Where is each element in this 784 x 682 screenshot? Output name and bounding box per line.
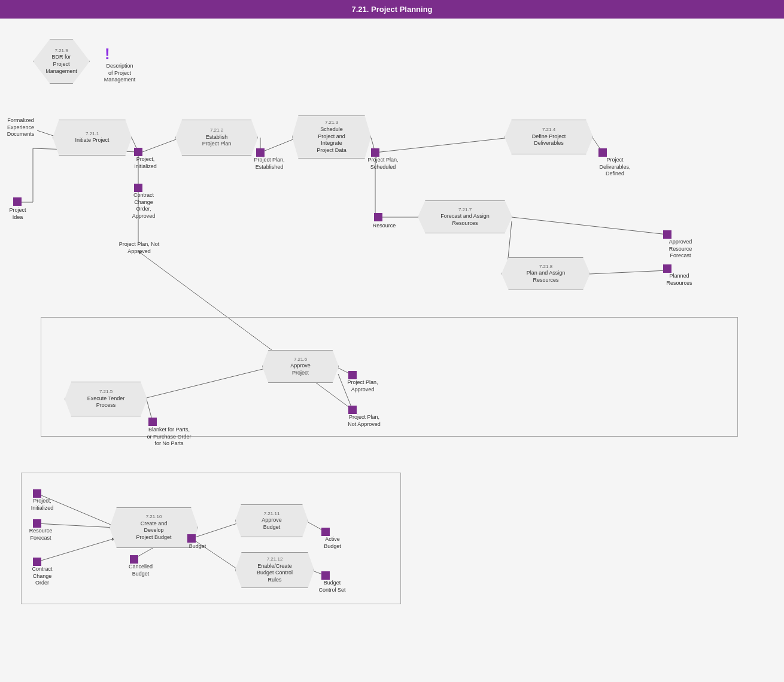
process-schedule[interactable]: 7.21.3 ScheduleProject andIntegrateProje… bbox=[292, 115, 371, 159]
bdr-process[interactable]: 7.21.9 BDR forProjectManagement bbox=[33, 39, 90, 84]
process-id-8: 7.21.8 bbox=[539, 264, 552, 270]
process-id-1: 7.21.1 bbox=[86, 131, 99, 137]
sq-plan-approved bbox=[348, 371, 357, 379]
sq-resource-forecast-budget bbox=[33, 519, 41, 528]
sq-resource bbox=[374, 213, 382, 221]
sq-project-init-budget bbox=[33, 489, 41, 498]
svg-line-5 bbox=[142, 138, 181, 152]
process-execute-tender[interactable]: 7.21.5 Execute TenderProcess bbox=[65, 382, 147, 416]
process-plan-assign-resources[interactable]: 7.21.8 Plan and AssignResources bbox=[502, 257, 590, 290]
project-init-budget-label: Project,Initialized bbox=[23, 498, 62, 512]
active-budget-label: ActiveBudget bbox=[313, 536, 352, 550]
process-enable-budget[interactable]: 7.21.12 Enable/CreateBudget ControlRules bbox=[235, 552, 314, 588]
project-initialized-label: Project,Initialized bbox=[124, 156, 166, 170]
deliverables-defined-label: ProjectDeliverables,Defined bbox=[589, 157, 640, 178]
sq-active-budget bbox=[321, 528, 330, 536]
process-label-4: Define ProjectDeliverables bbox=[532, 133, 566, 147]
sq-plan-not-approved-2 bbox=[348, 406, 357, 414]
description-icon: ! bbox=[105, 45, 110, 63]
sq-plan-scheduled bbox=[371, 148, 379, 157]
plan-scheduled-label: Project Plan,Scheduled bbox=[359, 157, 407, 170]
process-label-5: Execute TenderProcess bbox=[87, 395, 124, 409]
process-id-10: 7.21.10 bbox=[146, 514, 162, 520]
sq-plan-established bbox=[256, 148, 265, 157]
formalized-label: FormalizedExperienceDocuments bbox=[1, 117, 40, 138]
process-create-budget[interactable]: 7.21.10 Create andDevelopProject Budget bbox=[110, 507, 198, 548]
planned-resources-label: PlannedResources bbox=[655, 273, 703, 287]
bdr-label: BDR forProjectManagement bbox=[45, 54, 77, 75]
process-id-11: 7.21.11 bbox=[264, 511, 280, 517]
plan-not-approved-2-label: Project Plan,Not Approved bbox=[339, 414, 390, 428]
process-label-6: ApproveProject bbox=[290, 363, 311, 376]
sq-planned-resources bbox=[663, 264, 671, 273]
sq-project-initialized bbox=[134, 148, 142, 156]
approved-resource-forecast-label: ApprovedResourceForecast bbox=[654, 239, 707, 260]
sq-budget-control-set bbox=[321, 571, 330, 580]
process-id-12: 7.21.12 bbox=[267, 556, 283, 562]
sq-contract-change-order-budget bbox=[33, 558, 41, 566]
process-label-11: ApproveBudget bbox=[262, 517, 282, 531]
process-define-deliverables[interactable]: 7.21.4 Define ProjectDeliverables bbox=[505, 120, 593, 154]
process-approve-budget[interactable]: 7.21.11 ApproveBudget bbox=[235, 504, 308, 537]
process-label-3: ScheduleProject andIntegrateProject Data bbox=[317, 126, 347, 154]
sq-approved-resource-forecast bbox=[663, 230, 671, 239]
process-label-12: Enable/CreateBudget ControlRules bbox=[257, 563, 293, 584]
sq-cancelled-budget bbox=[130, 555, 138, 564]
contract-change-order-label: ContractChangeOrder,Approved bbox=[120, 192, 168, 220]
page-title: 7.21. Project Planning bbox=[0, 0, 784, 19]
sq-deliverables-defined bbox=[598, 148, 607, 157]
process-label-2: EstablishProject Plan bbox=[202, 134, 232, 148]
svg-line-15 bbox=[512, 217, 667, 235]
process-id-3: 7.21.3 bbox=[325, 120, 338, 126]
process-label-10: Create andDevelopProject Budget bbox=[136, 520, 171, 541]
process-approve-project[interactable]: 7.21.6 ApproveProject bbox=[262, 350, 339, 383]
process-label-7: Forecast and AssignResources bbox=[440, 213, 490, 227]
process-id-5: 7.21.5 bbox=[99, 389, 113, 395]
sq-contract-change-order bbox=[134, 184, 142, 192]
process-forecast-resources[interactable]: 7.21.7 Forecast and AssignResources bbox=[418, 200, 512, 233]
cancelled-budget-label: CancelledBudget bbox=[120, 564, 162, 577]
process-id-6: 7.21.6 bbox=[294, 357, 307, 363]
sq-blanket bbox=[148, 418, 157, 426]
process-label-8: Plan and AssignResources bbox=[527, 270, 566, 284]
budget-label: Budget bbox=[186, 543, 209, 550]
contract-change-order-budget-label: ContractChangeOrder bbox=[23, 566, 62, 587]
project-idea-label: ProjectIdea bbox=[1, 207, 34, 221]
blanket-label: Blanket for Parts,or Purchase Orderfor N… bbox=[138, 427, 200, 447]
plan-approved-label: Project Plan,Approved bbox=[339, 379, 387, 393]
svg-line-9 bbox=[375, 138, 510, 153]
process-id-7: 7.21.7 bbox=[458, 207, 472, 213]
resource-forecast-budget-label: ResourceForecast bbox=[23, 528, 59, 541]
bdr-id: 7.21.9 bbox=[54, 48, 68, 54]
budget-control-set-label: BudgetControl Set bbox=[311, 580, 353, 593]
process-label-1: Initiate Project bbox=[75, 137, 109, 144]
process-establish-plan[interactable]: 7.21.2 EstablishProject Plan bbox=[175, 120, 258, 156]
sq-budget bbox=[187, 534, 196, 543]
process-id-2: 7.21.2 bbox=[210, 127, 223, 133]
svg-line-7 bbox=[260, 138, 297, 153]
project-plan-not-approved-top-label: Project Plan, NotApproved bbox=[114, 241, 165, 255]
plan-established-label: Project Plan,Established bbox=[245, 157, 293, 170]
resource-label: Resource bbox=[366, 223, 402, 230]
process-initiate-project[interactable]: 7.21.1 Initiate Project bbox=[53, 120, 132, 156]
project-idea-square bbox=[13, 197, 22, 206]
process-id-4: 7.21.4 bbox=[542, 127, 555, 133]
description-label: Descriptionof ProjectManagement bbox=[96, 63, 144, 84]
page-container: { "header": { "title": "7.21. Project Pl… bbox=[0, 0, 784, 682]
